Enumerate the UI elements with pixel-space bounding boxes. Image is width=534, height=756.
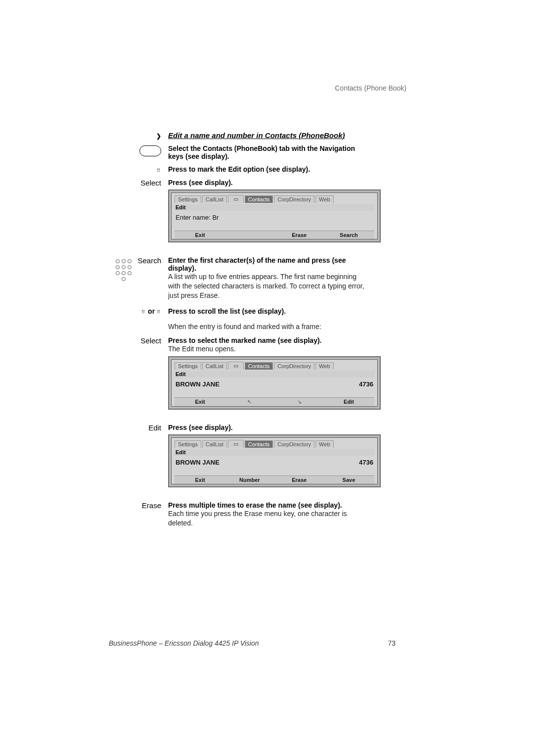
softkey-number: Number: [226, 477, 273, 483]
page-number: 73: [388, 639, 396, 647]
softkey-erase: Erase: [276, 232, 323, 238]
or-label: or: [148, 307, 155, 315]
enter-name-prompt: Enter name: Br: [176, 214, 373, 221]
header-section: Contacts (Phone Book): [335, 84, 406, 92]
nav-down-icon: ⠿: [157, 169, 161, 172]
tab-corpdirectory: CorpDirectory: [274, 362, 314, 370]
display-tabs: Settings CallList ▭ Contacts CorpDirecto…: [175, 195, 374, 203]
contact-number: 4736: [359, 380, 373, 388]
softkey-row: Exit Erase Search: [175, 231, 374, 239]
tab-settings: Settings: [175, 362, 201, 370]
section-title: Edit a name and number in Contacts (Phon…: [168, 131, 345, 140]
tab-web: Web: [315, 195, 333, 203]
phone-display-2: Settings CallList ▭ Contacts CorpDirecto…: [168, 356, 381, 410]
step-6-body: When the entry is found and marked with …: [168, 322, 366, 331]
step-9-body: Each time you press the Erase menu key, …: [168, 509, 366, 528]
softkey-blank: [226, 232, 273, 238]
step-9-instruction: Press multiple times to erase the name (…: [168, 501, 366, 509]
contact-number: 4736: [359, 459, 373, 466]
tab-calllist: CallList: [202, 195, 227, 203]
tab-settings: Settings: [175, 195, 201, 203]
softkey-label-erase: Erase: [89, 501, 168, 528]
softkey-edit: Edit: [325, 399, 372, 405]
softkey-label-edit: Edit: [89, 424, 168, 496]
step-3-instruction: Press (see display).: [168, 179, 233, 187]
softkey-label-search: Search: [137, 256, 161, 265]
softkey-down-icon: ↘: [276, 399, 323, 405]
footer-product: BusinessPhone – Ericsson Dialog 4425 IP …: [109, 639, 259, 647]
step-5-instruction: Press to scroll the list (see display).: [168, 307, 286, 315]
step-4-instruction: Enter the first character(s) of the name…: [168, 256, 366, 272]
contact-name: BROWN JANE: [176, 380, 220, 388]
step-1-instruction: Select the Contacts (PhoneBook) tab with…: [168, 144, 355, 160]
step-4-body: A list with up to five entries appears. …: [168, 272, 366, 300]
display-subhead: Edit: [175, 204, 374, 211]
keypad-icon: [116, 259, 133, 282]
softkey-exit: Exit: [177, 232, 223, 238]
nav-down-icon-2: ⠿: [157, 311, 161, 313]
step-2-instruction: Press to mark the Edit option (see displ…: [168, 165, 310, 173]
tab-settings: Settings: [175, 440, 201, 448]
chevron-icon: ❯: [156, 133, 161, 140]
step-7-body: The Edit menu opens.: [168, 344, 381, 354]
softkey-label-select-2: Select: [89, 336, 168, 419]
tab-web: Web: [315, 362, 333, 370]
tab-contacts: Contacts: [245, 440, 273, 448]
tab-corpdirectory: CorpDirectory: [274, 440, 314, 448]
step-7-instruction: Press to select the marked name (see dis…: [168, 336, 381, 344]
phone-display-1: Settings CallList ▭ Contacts CorpDirecto…: [168, 189, 381, 242]
contact-name: BROWN JANE: [176, 459, 220, 466]
phone-display-3: Settings CallList ▭ Contacts CorpDirecto…: [168, 434, 381, 487]
manual-page: Contacts (Phone Book) ❯ Edit a name and …: [0, 0, 534, 756]
tab-calllist: CallList: [202, 440, 227, 448]
step-8-instruction: Press (see display).: [168, 424, 233, 431]
display-subhead: Edit: [175, 371, 374, 378]
tab-web: Web: [315, 440, 333, 448]
softkey-up-icon: ↖: [226, 399, 273, 405]
softkey-save: Save: [325, 477, 372, 483]
softkey-exit: Exit: [177, 399, 223, 405]
navigation-key-icon: [139, 145, 161, 156]
tab-message-icon: ▭: [228, 440, 244, 448]
softkey-search: Search: [325, 232, 372, 238]
softkey-erase: Erase: [276, 477, 323, 483]
tab-message-icon: ▭: [228, 195, 244, 203]
display-subhead: Edit: [175, 449, 374, 456]
softkey-exit: Exit: [177, 477, 223, 483]
tab-contacts: Contacts: [245, 195, 273, 203]
nav-up-icon: ⠿: [141, 311, 146, 313]
tab-corpdirectory: CorpDirectory: [274, 195, 314, 203]
content-column: ❯ Edit a name and number in Contacts (Ph…: [89, 131, 366, 528]
tab-contacts: Contacts: [245, 362, 273, 370]
tab-message-icon: ▭: [228, 362, 244, 370]
tab-calllist: CallList: [202, 362, 227, 370]
softkey-label-select: Select: [89, 179, 168, 251]
